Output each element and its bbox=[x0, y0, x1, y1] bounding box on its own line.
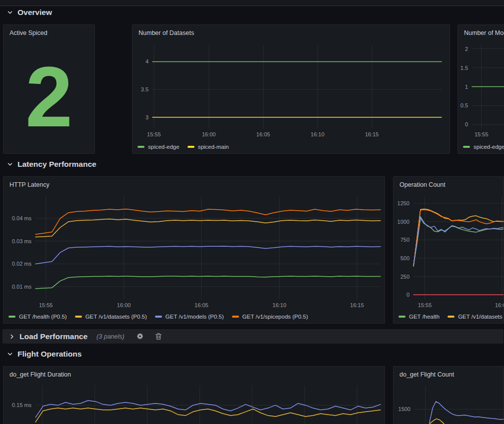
section-title: Latency Performance bbox=[18, 160, 96, 169]
row-load-performance[interactable]: Load Performance (3 panels) bbox=[2, 329, 504, 344]
legend-item[interactable]: GET /health (P0.5) bbox=[8, 314, 67, 320]
datasets-legend: spiced-edgespiced-main bbox=[138, 144, 229, 150]
svg-text:16:05: 16:05 bbox=[256, 131, 270, 137]
legend-item[interactable]: spiced-main bbox=[188, 144, 229, 150]
svg-text:0.04 ms: 0.04 ms bbox=[12, 215, 32, 221]
svg-text:1: 1 bbox=[465, 84, 468, 90]
panel-do-get-flight-count: do_get Flight Count 1500 bbox=[393, 366, 504, 424]
row-title: Load Performance bbox=[20, 332, 88, 341]
legend-swatch bbox=[463, 146, 470, 148]
trash-icon bbox=[155, 333, 162, 340]
section-header-flight-operations[interactable]: Flight Operations bbox=[7, 350, 82, 359]
section-header-latency-performance[interactable]: Latency Performance bbox=[7, 160, 96, 169]
svg-text:1000: 1000 bbox=[398, 219, 410, 225]
http-latency-chart[interactable]: 15:5516:0016:0516:1016:150.01 ms0.02 ms0… bbox=[8, 194, 380, 310]
legend-label: GET /v1/models (P0.5) bbox=[166, 314, 224, 320]
legend-swatch bbox=[8, 316, 16, 318]
svg-text:16:10: 16:10 bbox=[310, 131, 324, 137]
svg-text:0.01 ms: 0.01 ms bbox=[12, 284, 32, 290]
svg-text:15:55: 15:55 bbox=[474, 131, 488, 137]
panel-number-of-models: Number of Models 15:5516:0000.511.52 spi… bbox=[458, 24, 504, 154]
legend-swatch bbox=[232, 316, 239, 318]
panel-title[interactable]: do_get Flight Count bbox=[394, 367, 504, 382]
svg-text:0.5: 0.5 bbox=[460, 102, 468, 108]
operation-count-legend: GET /healthGET /v1/datasets bbox=[398, 314, 502, 320]
row-settings-button[interactable] bbox=[136, 333, 144, 340]
legend-item[interactable]: GET /v1/datasets (P0.5) bbox=[75, 314, 147, 320]
svg-text:3.5: 3.5 bbox=[141, 86, 148, 92]
models-chart[interactable]: 15:5516:0000.511.52 bbox=[462, 42, 504, 139]
legend-item[interactable]: spiced-edge bbox=[138, 144, 180, 150]
section-title: Overview bbox=[18, 8, 52, 17]
panel-title[interactable]: Operation Count bbox=[394, 177, 504, 192]
operation-count-chart[interactable]: 15:5516:00025050075010001250 bbox=[398, 194, 500, 310]
stat-value: 2 bbox=[26, 54, 73, 139]
datasets-chart[interactable]: 15:5516:0016:0516:1016:1533.54 bbox=[136, 42, 446, 139]
svg-text:1500: 1500 bbox=[398, 406, 410, 412]
flight-count-chart[interactable]: 1500 bbox=[398, 383, 500, 424]
svg-text:250: 250 bbox=[400, 274, 410, 280]
legend-label: GET /health (P0.5) bbox=[19, 314, 67, 320]
panel-title[interactable]: Active Spiced bbox=[4, 25, 94, 40]
row-delete-button[interactable] bbox=[155, 333, 162, 340]
svg-text:4: 4 bbox=[146, 58, 148, 64]
svg-text:1.5: 1.5 bbox=[460, 65, 468, 71]
legend-label: GET /health bbox=[409, 314, 440, 320]
panel-title[interactable]: Number of Datasets bbox=[132, 25, 450, 40]
legend-item[interactable]: GET /v1/spicepods (P0.5) bbox=[232, 314, 308, 320]
grafana-dashboard: { "theme": { "page_bg": "#0f1015", "pane… bbox=[0, 0, 504, 424]
svg-text:16:15: 16:15 bbox=[350, 302, 364, 308]
section-title: Flight Operations bbox=[18, 350, 82, 359]
legend-label: spiced-edge bbox=[148, 144, 180, 150]
panel-title[interactable]: do_get Flight Duration bbox=[4, 367, 384, 382]
svg-text:15:55: 15:55 bbox=[39, 302, 53, 308]
panel-number-of-datasets: Number of Datasets 15:5516:0016:0516:101… bbox=[132, 24, 450, 154]
svg-text:2: 2 bbox=[465, 46, 468, 52]
svg-text:0: 0 bbox=[406, 292, 410, 298]
legend-item[interactable]: GET /v1/datasets bbox=[448, 314, 502, 320]
svg-text:0: 0 bbox=[465, 121, 468, 127]
svg-text:750: 750 bbox=[400, 237, 410, 243]
panel-operation-count: Operation Count 15:5516:0002505007501000… bbox=[393, 176, 504, 324]
legend-label: GET /v1/datasets (P0.5) bbox=[86, 314, 147, 320]
top-nav-edge bbox=[0, 0, 504, 6]
svg-text:500: 500 bbox=[400, 255, 410, 261]
svg-text:16:00: 16:00 bbox=[495, 302, 504, 308]
section-header-overview[interactable]: Overview bbox=[7, 8, 52, 17]
legend-label: GET /v1/datasets bbox=[458, 314, 502, 320]
svg-text:3: 3 bbox=[146, 114, 148, 120]
panel-title[interactable]: HTTP Latency bbox=[4, 177, 384, 192]
svg-text:16:00: 16:00 bbox=[117, 302, 131, 308]
flight-duration-chart[interactable]: 0.15 ms bbox=[8, 383, 380, 424]
svg-text:0.03 ms: 0.03 ms bbox=[12, 238, 32, 244]
svg-text:16:00: 16:00 bbox=[202, 131, 216, 137]
row-panel-count: (3 panels) bbox=[96, 333, 124, 340]
legend-item[interactable]: spiced-edge bbox=[463, 144, 504, 150]
legend-label: spiced-edge bbox=[474, 144, 504, 150]
legend-swatch bbox=[398, 316, 406, 318]
svg-text:16:15: 16:15 bbox=[365, 131, 379, 137]
svg-text:1250: 1250 bbox=[398, 200, 410, 206]
models-legend: spiced-edge bbox=[463, 144, 504, 150]
http-latency-legend: GET /health (P0.5)GET /v1/datasets (P0.5… bbox=[8, 314, 308, 320]
legend-swatch bbox=[155, 316, 162, 318]
svg-text:0.15 ms: 0.15 ms bbox=[12, 402, 32, 408]
gear-icon bbox=[136, 333, 144, 340]
legend-label: spiced-main bbox=[198, 144, 229, 150]
legend-label: GET /v1/spicepods (P0.5) bbox=[242, 314, 308, 320]
legend-swatch bbox=[138, 146, 144, 148]
chevron-down-icon bbox=[7, 9, 13, 15]
svg-text:15:55: 15:55 bbox=[418, 302, 432, 308]
panel-title[interactable]: Number of Models bbox=[458, 25, 504, 40]
legend-swatch bbox=[75, 316, 82, 318]
svg-text:16:10: 16:10 bbox=[272, 302, 286, 308]
svg-text:0.02 ms: 0.02 ms bbox=[12, 261, 32, 267]
panel-do-get-flight-duration: do_get Flight Duration 0.15 ms bbox=[3, 366, 385, 424]
panel-active-spiced: Active Spiced 2 bbox=[3, 24, 95, 154]
panel-http-latency: HTTP Latency 15:5516:0016:0516:1016:150.… bbox=[3, 176, 385, 324]
legend-item[interactable]: GET /health bbox=[398, 314, 440, 320]
legend-item[interactable]: GET /v1/models (P0.5) bbox=[155, 314, 224, 320]
svg-text:15:55: 15:55 bbox=[147, 131, 161, 137]
legend-swatch bbox=[448, 316, 454, 318]
chevron-right-icon bbox=[9, 334, 15, 340]
